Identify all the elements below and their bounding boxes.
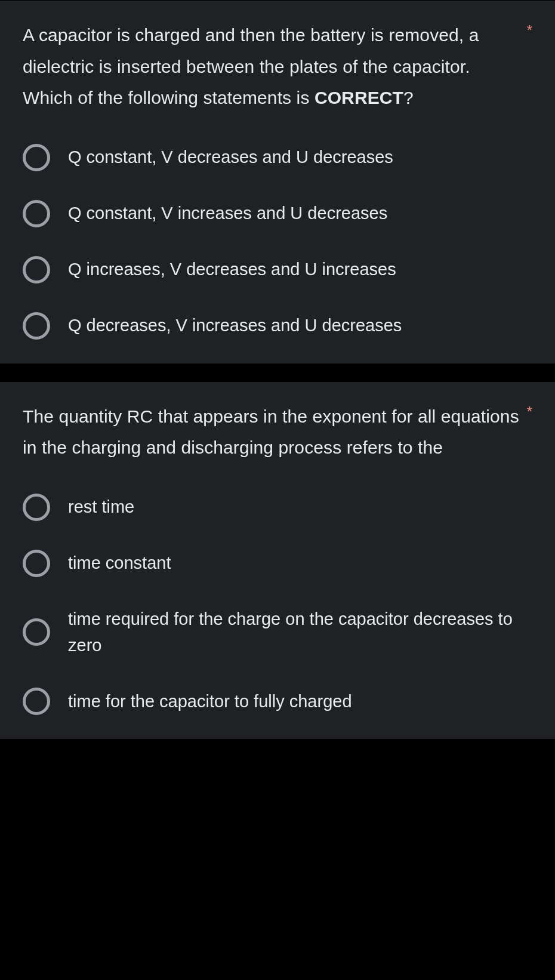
option-row[interactable]: Q decreases, V increases and U decreases xyxy=(23,312,532,340)
options-container: Q constant, V decreases and U decreases … xyxy=(23,144,532,340)
radio-button[interactable] xyxy=(23,618,50,646)
radio-button[interactable] xyxy=(23,256,50,283)
option-row[interactable]: time constant xyxy=(23,550,532,577)
question-header: A capacitor is charged and then the batt… xyxy=(23,20,532,114)
option-label: Q increases, V decreases and U increases xyxy=(68,256,396,283)
radio-button[interactable] xyxy=(23,312,50,340)
radio-button[interactable] xyxy=(23,494,50,521)
question-text-prefix: The quantity RC that appears in the expo… xyxy=(23,406,519,458)
question-text-suffix: ? xyxy=(403,88,414,107)
option-label: time for the capacitor to fully charged xyxy=(68,688,352,715)
option-label: Q constant, V increases and U decreases xyxy=(68,200,387,227)
card-divider xyxy=(0,363,555,381)
radio-button[interactable] xyxy=(23,688,50,715)
radio-button[interactable] xyxy=(23,550,50,577)
required-asterisk: * xyxy=(527,22,532,39)
question-header: The quantity RC that appears in the expo… xyxy=(23,401,532,464)
option-row[interactable]: Q constant, V increases and U decreases xyxy=(23,200,532,227)
radio-button[interactable] xyxy=(23,200,50,227)
question-card-2: The quantity RC that appears in the expo… xyxy=(0,381,555,739)
question-card-1: A capacitor is charged and then the batt… xyxy=(0,0,555,363)
required-asterisk: * xyxy=(527,403,532,420)
option-row[interactable]: Q increases, V decreases and U increases xyxy=(23,256,532,283)
options-container: rest time time constant time required fo… xyxy=(23,494,532,716)
option-label: time required for the charge on the capa… xyxy=(68,606,532,660)
radio-button[interactable] xyxy=(23,144,50,171)
option-row[interactable]: rest time xyxy=(23,494,532,521)
option-row[interactable]: time for the capacitor to fully charged xyxy=(23,688,532,715)
option-label: Q decreases, V increases and U decreases xyxy=(68,312,402,339)
option-row[interactable]: time required for the charge on the capa… xyxy=(23,606,532,660)
question-text-bold: CORRECT xyxy=(314,88,403,107)
option-label: time constant xyxy=(68,550,171,577)
option-label: rest time xyxy=(68,494,134,520)
option-row[interactable]: Q constant, V decreases and U decreases xyxy=(23,144,532,171)
question-text: A capacitor is charged and then the batt… xyxy=(23,20,520,114)
question-text: The quantity RC that appears in the expo… xyxy=(23,401,520,464)
option-label: Q constant, V decreases and U decreases xyxy=(68,144,393,171)
